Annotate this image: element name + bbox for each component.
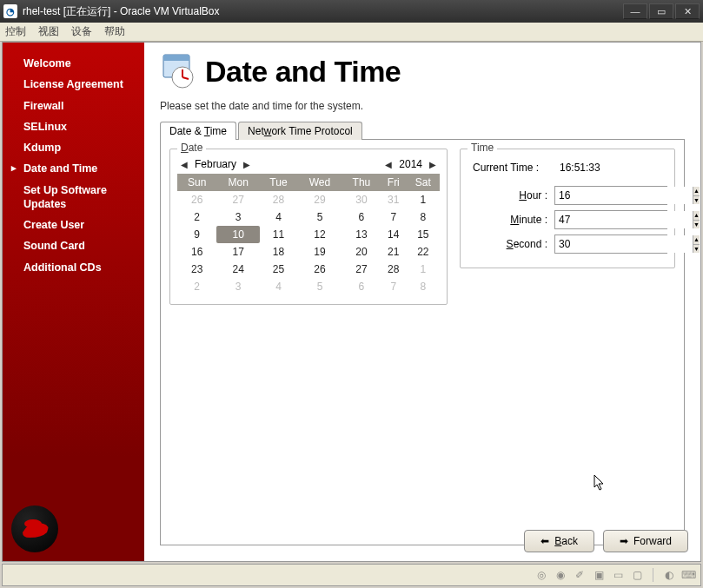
- minimize-button[interactable]: —: [623, 3, 647, 19]
- close-button[interactable]: ✕: [675, 3, 700, 19]
- mouse-integration-icon[interactable]: ◐: [662, 568, 676, 582]
- sidebar-item-selinux[interactable]: SELinux: [3, 116, 144, 137]
- sidebar-item-license[interactable]: License Agreement: [3, 74, 144, 95]
- calendar-day[interactable]: 26: [177, 191, 216, 208]
- calendar-day[interactable]: 28: [381, 261, 407, 278]
- calendar-day[interactable]: 7: [381, 208, 407, 226]
- next-month-button[interactable]: ▶: [243, 160, 250, 169]
- calendar-day[interactable]: 4: [260, 278, 297, 295]
- menu-view[interactable]: 视图: [38, 24, 59, 39]
- minute-spinner[interactable]: ▲▼: [554, 210, 667, 229]
- sidebar-item-welcome[interactable]: Welcome: [3, 53, 144, 74]
- calendar-day[interactable]: 8: [407, 208, 440, 226]
- sidebar-item-cds[interactable]: Additional CDs: [3, 257, 144, 278]
- calendar-day[interactable]: 4: [260, 208, 297, 226]
- maximize-button[interactable]: ▭: [649, 3, 673, 19]
- sidebar-item-soundcard[interactable]: Sound Card: [3, 235, 144, 256]
- calendar-weekday: Thu: [342, 174, 381, 191]
- optical-icon[interactable]: ◉: [554, 568, 567, 582]
- sidebar-item-createuser[interactable]: Create User: [3, 215, 144, 235]
- record-icon[interactable]: ▢: [630, 568, 644, 582]
- date-legend: Date: [177, 142, 206, 154]
- calendar-day[interactable]: 14: [381, 226, 407, 243]
- hour-spinner[interactable]: ▲▼: [554, 186, 667, 205]
- calendar-day[interactable]: 22: [407, 243, 440, 261]
- calendar-day[interactable]: 6: [342, 208, 381, 226]
- menu-help[interactable]: 帮助: [104, 24, 125, 39]
- tab-ntp[interactable]: Network Time Protocol: [238, 122, 362, 140]
- second-spinner[interactable]: ▲▼: [554, 235, 667, 254]
- sidebar-item-software[interactable]: Set Up Software Updates: [3, 180, 144, 215]
- calendar-day[interactable]: 9: [177, 226, 216, 243]
- calendar-day[interactable]: 7: [381, 278, 407, 295]
- calendar-day[interactable]: 1: [407, 191, 440, 208]
- calendar-day[interactable]: 11: [260, 226, 297, 243]
- calendar-day[interactable]: 31: [381, 191, 407, 208]
- calendar-day[interactable]: 13: [342, 226, 381, 243]
- host-key-icon[interactable]: ⌨: [681, 568, 695, 582]
- usb-icon[interactable]: ✐: [573, 568, 587, 582]
- calendar-day[interactable]: 21: [381, 243, 407, 261]
- tab-date-time[interactable]: Date & Time: [160, 122, 236, 140]
- calendar-day[interactable]: 10: [216, 226, 260, 243]
- shared-folder-icon[interactable]: ▣: [592, 568, 606, 582]
- display-icon[interactable]: ▭: [611, 568, 625, 582]
- prev-month-button[interactable]: ◀: [181, 160, 188, 169]
- calendar-day[interactable]: 2: [177, 208, 216, 226]
- calendar-day[interactable]: 16: [177, 243, 216, 261]
- second-down[interactable]: ▼: [693, 245, 700, 254]
- vm-statusbar: ◎ ◉ ✐ ▣ ▭ ▢ ◐ ⌨: [2, 564, 701, 586]
- forward-button[interactable]: ➡ Forward: [603, 530, 688, 552]
- calendar-day[interactable]: 28: [260, 191, 297, 208]
- calendar-day[interactable]: 27: [342, 261, 381, 278]
- hdd-icon[interactable]: ◎: [534, 568, 548, 582]
- calendar-day[interactable]: 25: [260, 261, 297, 278]
- calendar-day[interactable]: 17: [216, 243, 260, 261]
- calendar-day[interactable]: 5: [297, 208, 342, 226]
- tab-panel-date-time: Date ◀ February ▶ ◀ 2014 ▶ SunMonTueWedT…: [160, 139, 685, 545]
- calendar-year: 2014: [399, 158, 422, 170]
- calendar-day[interactable]: 23: [177, 261, 216, 278]
- calendar-day[interactable]: 29: [297, 191, 342, 208]
- hour-down[interactable]: ▼: [693, 196, 700, 205]
- calendar-day[interactable]: 26: [297, 261, 342, 278]
- menu-control[interactable]: 控制: [5, 24, 26, 39]
- second-up[interactable]: ▲: [693, 235, 700, 245]
- menu-devices[interactable]: 设备: [71, 24, 92, 39]
- sidebar-item-kdump[interactable]: Kdump: [3, 137, 144, 158]
- tab-strip: Date & Time Network Time Protocol: [160, 121, 685, 139]
- calendar-day[interactable]: 27: [216, 191, 260, 208]
- calendar-day[interactable]: 12: [297, 226, 342, 243]
- calendar-day[interactable]: 20: [342, 243, 381, 261]
- current-time-value: 16:51:33: [560, 162, 600, 174]
- sidebar-item-datetime[interactable]: Date and Time: [3, 158, 144, 179]
- calendar-day[interactable]: 6: [342, 278, 381, 295]
- calendar-day[interactable]: 2: [177, 278, 216, 295]
- calendar-day[interactable]: 8: [407, 278, 440, 295]
- sidebar-item-firewall[interactable]: Firewall: [3, 96, 144, 116]
- minute-input[interactable]: [555, 211, 693, 228]
- calendar-day[interactable]: 1: [407, 261, 440, 278]
- calendar-day[interactable]: 5: [297, 278, 342, 295]
- calendar-day[interactable]: 30: [342, 191, 381, 208]
- window-title: rhel-test [正在运行] - Oracle VM VirtualBox: [23, 4, 621, 19]
- hour-up[interactable]: ▲: [693, 187, 700, 196]
- calendar-day[interactable]: 19: [297, 243, 342, 261]
- calendar-day[interactable]: 24: [216, 261, 260, 278]
- minute-down[interactable]: ▼: [693, 221, 700, 229]
- hour-label: Hour :: [468, 189, 554, 202]
- calendar-day[interactable]: 18: [260, 243, 297, 261]
- minute-label: Minute :: [468, 214, 554, 226]
- calendar-day[interactable]: 15: [407, 226, 440, 243]
- second-input[interactable]: [555, 235, 693, 253]
- minute-up[interactable]: ▲: [693, 211, 700, 221]
- back-button[interactable]: ⬅ Back: [524, 530, 594, 552]
- next-year-button[interactable]: ▶: [429, 160, 436, 169]
- prev-year-button[interactable]: ◀: [385, 160, 392, 169]
- calendar-weekday: Mon: [216, 174, 260, 191]
- window-titlebar: ◔ rhel-test [正在运行] - Oracle VM VirtualBo…: [0, 0, 703, 23]
- hour-input[interactable]: [555, 187, 693, 204]
- calendar-day[interactable]: 3: [216, 208, 260, 226]
- calendar-day[interactable]: 3: [216, 278, 260, 295]
- arrow-left-icon: ⬅: [541, 535, 549, 547]
